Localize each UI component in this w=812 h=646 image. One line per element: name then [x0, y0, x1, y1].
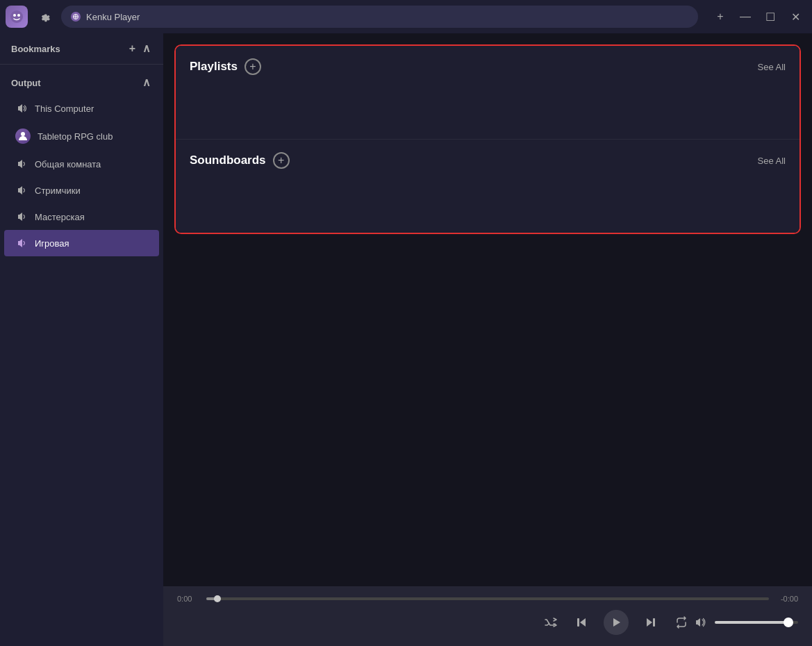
output-collapse-button[interactable]: ∧ — [141, 76, 152, 90]
speaker-icon-this-computer — [15, 102, 28, 115]
playlists-add-button[interactable]: + — [245, 58, 261, 75]
sidebar-item-label-masterskaya: Мастерская — [35, 212, 85, 222]
soundboards-add-button[interactable]: + — [273, 152, 290, 169]
address-bar[interactable]: Kenku Player — [61, 6, 698, 28]
svg-point-1 — [13, 14, 16, 17]
player-controls — [541, 610, 691, 635]
add-tab-button[interactable]: + — [709, 6, 731, 28]
highlighted-sections: Playlists + See All Soundboards + — [174, 44, 801, 234]
svg-point-0 — [10, 10, 23, 23]
playlists-title-row: Playlists + — [190, 58, 261, 75]
volume-thumb — [784, 618, 793, 627]
soundboards-title-row: Soundboards + — [190, 152, 290, 169]
player-time-start: 0:00 — [177, 595, 199, 603]
sidebar-item-obshchaya[interactable]: Общая комната — [4, 151, 159, 177]
speaker-icon-igrovaya — [15, 237, 28, 249]
volume-button[interactable] — [691, 613, 709, 631]
playlists-section: Playlists + See All — [176, 46, 799, 140]
soundboards-header: Soundboards + See All — [190, 152, 786, 169]
sidebar-item-label-igrovaya: Игровая — [35, 238, 69, 249]
title-bar: Kenku Player + — ☐ ✕ — [0, 0, 812, 33]
shuffle-button[interactable] — [541, 613, 561, 632]
sidebar-item-strimchiki[interactable]: Стримчики — [4, 177, 159, 204]
controls-row — [177, 610, 798, 635]
progress-thumb — [214, 595, 221, 602]
speaker-icon-strimchiki — [15, 184, 28, 197]
bookmarks-collapse-button[interactable]: ∧ — [141, 42, 152, 56]
soundboards-title: Soundboards — [190, 154, 266, 167]
sidebar-item-label-tabletop: Tabletop RPG club — [38, 131, 113, 142]
sidebar-divider-1 — [0, 64, 163, 65]
avatar-tabletop — [15, 129, 31, 144]
output-label: Output — [11, 78, 41, 88]
player-time-end: -0:00 — [776, 595, 798, 603]
sidebar-item-label-obshchaya: Общая комната — [35, 159, 101, 169]
sidebar-item-tabletop[interactable]: Tabletop RPG club — [4, 122, 159, 151]
svg-rect-7 — [577, 618, 579, 627]
bookmarks-add-button[interactable]: + — [128, 42, 137, 56]
playlists-title: Playlists — [190, 60, 238, 74]
volume-fill — [715, 621, 788, 624]
svg-rect-8 — [653, 618, 655, 627]
next-button[interactable] — [641, 613, 659, 631]
address-text: Kenku Player — [86, 12, 140, 22]
main-layout: Bookmarks + ∧ Output ∧ This Computer — [0, 33, 812, 646]
settings-button[interactable] — [33, 6, 56, 28]
bookmarks-actions: + ∧ — [128, 42, 152, 56]
sidebar-item-this-computer[interactable]: This Computer — [4, 95, 159, 122]
play-button[interactable] — [604, 610, 629, 635]
maximize-button[interactable]: ☐ — [759, 6, 781, 28]
progress-track[interactable] — [206, 597, 769, 600]
player-bar: 0:00 -0:00 — [163, 586, 812, 646]
sidebar: Bookmarks + ∧ Output ∧ This Computer — [0, 33, 163, 646]
soundboards-section: Soundboards + See All — [176, 140, 799, 233]
svg-point-6 — [21, 132, 25, 136]
output-section-header: Output ∧ — [0, 67, 163, 95]
playlists-see-all-button[interactable]: See All — [758, 62, 786, 72]
speaker-icon-masterskaya — [15, 210, 28, 223]
bookmarks-label: Bookmarks — [11, 44, 60, 54]
address-icon — [71, 12, 81, 22]
sidebar-item-label-strimchiki: Стримчики — [35, 185, 81, 196]
content-main: Playlists + See All Soundboards + — [163, 33, 812, 586]
minimize-button[interactable]: — — [734, 6, 756, 28]
player-progress-container: 0:00 -0:00 — [177, 595, 798, 603]
speaker-icon-obshchaya — [15, 158, 28, 170]
sidebar-item-label-this-computer: This Computer — [35, 103, 94, 114]
soundboards-see-all-button[interactable]: See All — [758, 156, 786, 166]
svg-point-2 — [17, 14, 20, 17]
window-controls: + — ☐ ✕ — [709, 6, 806, 28]
sidebar-item-igrovaya[interactable]: Игровая — [4, 230, 159, 256]
bookmarks-section-header: Bookmarks + ∧ — [0, 33, 163, 61]
close-button[interactable]: ✕ — [784, 6, 806, 28]
sidebar-item-masterskaya[interactable]: Мастерская — [4, 204, 159, 230]
content-area: Playlists + See All Soundboards + — [163, 33, 812, 646]
app-logo[interactable] — [6, 6, 28, 28]
previous-button[interactable] — [573, 613, 591, 631]
soundboards-content — [190, 174, 786, 216]
volume-track[interactable] — [715, 621, 798, 624]
playlists-content — [190, 81, 786, 122]
volume-section — [691, 613, 798, 631]
playlists-header: Playlists + See All — [190, 58, 786, 75]
repeat-button[interactable] — [672, 613, 691, 632]
